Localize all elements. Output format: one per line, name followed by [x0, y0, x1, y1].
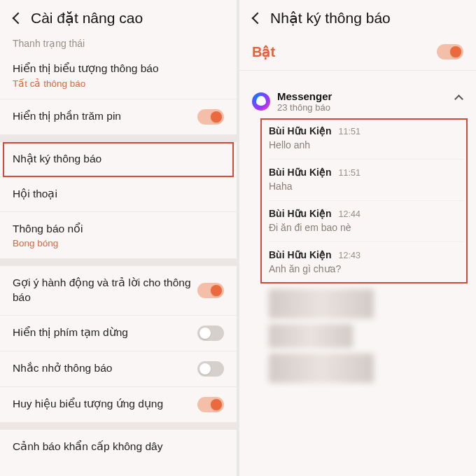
row-app-badge[interactable]: Huy hiệu biểu tượng ứng dụng	[0, 387, 237, 423]
spacer	[239, 71, 476, 80]
row-title: Nhật ký thông báo	[13, 152, 102, 167]
notification-item[interactable]: Bùi Hữu Kiện 12:43 Anh ăn gì chưa?	[269, 242, 463, 284]
page-title: Cài đặt nâng cao	[31, 10, 143, 27]
toggle-suggest[interactable]	[197, 283, 224, 298]
row-remind-notif[interactable]: Nhắc nhở thông báo	[0, 351, 237, 387]
body: Đi ăn đi em bao nè	[269, 222, 463, 233]
row-conversation[interactable]: Hội thoại	[0, 177, 237, 212]
toggle-remind[interactable]	[197, 361, 224, 377]
row-pause-button[interactable]: Hiển thị phím tạm dừng	[0, 316, 237, 351]
toggle-master[interactable]	[437, 44, 463, 59]
sender: Bùi Hữu Kiện	[269, 208, 332, 219]
messenger-icon	[252, 92, 270, 111]
row-battery-percent[interactable]: Hiển thị phần trăm pin	[0, 99, 237, 135]
row-show-notif-icons[interactable]: Hiển thị biểu tượng thông báo Tất cả thô…	[0, 52, 237, 99]
master-toggle-label: Bật	[252, 43, 275, 60]
app-group-header[interactable]: Messenger 23 thông báo	[239, 80, 476, 118]
toggle-battery-percent[interactable]	[197, 109, 224, 125]
notification-log-screen: Nhật ký thông báo Bật Messenger 23 thông…	[239, 0, 476, 476]
app-name: Messenger	[277, 90, 332, 102]
blurred-content	[239, 284, 476, 387]
blurred-item	[269, 324, 353, 348]
row-title: Nhắc nhở thông báo	[13, 361, 112, 376]
master-toggle-row[interactable]: Bật	[239, 34, 476, 71]
chevron-up-icon[interactable]	[454, 94, 463, 104]
sender: Bùi Hữu Kiện	[269, 125, 332, 136]
notification-item[interactable]: Bùi Hữu Kiện 11:51 Hello anh	[269, 118, 463, 160]
back-icon[interactable]	[13, 13, 24, 24]
body: Haha	[269, 181, 463, 192]
app-count: 23 thông báo	[277, 102, 332, 113]
row-title: Gợi ý hành động và trả lời cho thông báo	[13, 276, 197, 305]
time: 11:51	[339, 168, 360, 178]
toggle-pause[interactable]	[197, 326, 224, 341]
blurred-item	[269, 354, 374, 383]
page-title: Nhật ký thông báo	[270, 10, 391, 27]
time: 12:44	[339, 209, 360, 219]
notification-list: Bùi Hữu Kiện 11:51 Hello anh Bùi Hữu Kiệ…	[239, 118, 476, 284]
row-title: Hiển thị phím tạm dừng	[13, 326, 128, 340]
row-title: Thông báo nổi	[13, 222, 83, 237]
section-label: Thanh trạng thái	[0, 34, 237, 52]
row-title: Hội thoại	[13, 187, 57, 202]
sender: Bùi Hữu Kiện	[269, 167, 332, 178]
header: Cài đặt nâng cao	[0, 0, 237, 34]
row-title: Hiển thị biểu tượng thông báo	[13, 62, 159, 76]
row-subtitle: Tất cả thông báo	[13, 78, 159, 89]
body: Hello anh	[269, 139, 463, 150]
notification-item[interactable]: Bùi Hữu Kiện 11:51 Haha	[269, 160, 463, 201]
back-icon[interactable]	[252, 13, 264, 24]
divider	[0, 423, 237, 430]
body: Anh ăn gì chưa?	[269, 263, 463, 274]
row-suggest-actions[interactable]: Gợi ý hành động và trả lời cho thông báo	[0, 266, 237, 316]
toggle-badge[interactable]	[197, 397, 224, 412]
header: Nhật ký thông báo	[239, 0, 476, 34]
row-title: Huy hiệu biểu tượng ứng dụng	[13, 397, 163, 412]
notification-item[interactable]: Bùi Hữu Kiện 12:44 Đi ăn đi em bao nè	[269, 201, 463, 242]
time: 11:51	[339, 127, 360, 136]
sender: Bùi Hữu Kiện	[269, 249, 332, 260]
settings-screen: Cài đặt nâng cao Thanh trạng thái Hiển t…	[0, 0, 237, 476]
row-notification-log[interactable]: Nhật ký thông báo	[0, 142, 237, 177]
time: 12:43	[339, 251, 360, 260]
row-title: Cảnh báo khẩn cấp không dây	[13, 440, 162, 454]
row-emergency-alerts[interactable]: Cảnh báo khẩn cấp không dây	[0, 430, 237, 464]
divider	[0, 135, 237, 142]
divider	[0, 259, 237, 266]
blurred-item	[269, 289, 374, 318]
row-subtitle: Bong bóng	[13, 238, 83, 248]
row-title: Hiển thị phần trăm pin	[13, 109, 121, 124]
row-floating-notif[interactable]: Thông báo nổi Bong bóng	[0, 212, 237, 259]
